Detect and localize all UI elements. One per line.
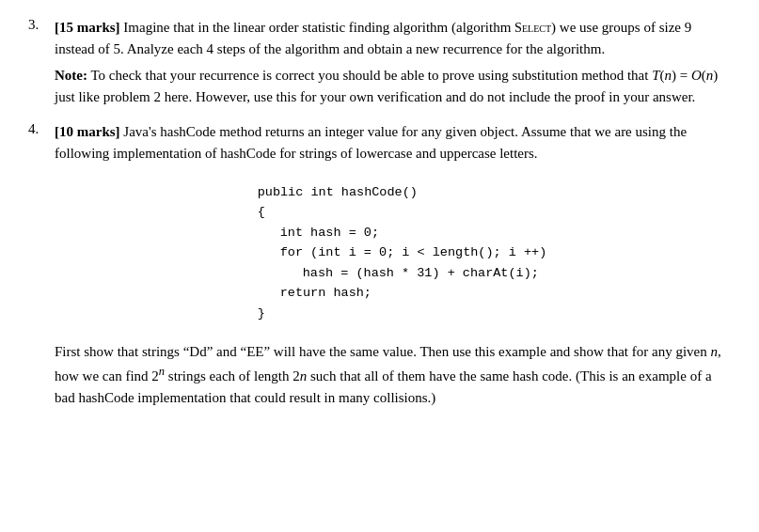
problem-4-after: First show that strings “Dd” and “EE” wi… — [55, 341, 731, 410]
note-math-O: O — [691, 68, 702, 83]
code-line-5: hash = (hash * 31) + charAt(i); — [258, 263, 547, 284]
problem-3-number: 3. — [28, 17, 55, 108]
code-block: public int hashCode() { int hash = 0; fo… — [239, 182, 547, 324]
problem-4-number: 4. — [28, 121, 55, 409]
code-line-3: int hash = 0; — [258, 223, 547, 243]
note-label: Note: — [55, 68, 87, 83]
problem-4: 4. [10 marks] Java's hashCode method ret… — [28, 121, 731, 409]
note-math-n: n — [665, 68, 672, 83]
problem-3-marks: [15 marks] — [55, 20, 120, 35]
after-n: n — [710, 344, 718, 359]
problem-3: 3. [15 marks] Imagine that in the linear… — [28, 17, 731, 108]
after-n2: n — [300, 368, 308, 383]
content-wrapper: 3. [15 marks] Imagine that in the linear… — [28, 17, 731, 409]
problem-4-intro: [10 marks] Java's hashCode method return… — [55, 121, 731, 165]
note-math-n2: n — [706, 68, 714, 83]
algorithm-name: Select — [514, 20, 551, 35]
code-line-2: { — [258, 202, 547, 223]
problem-4-text: [10 marks] Java's hashCode method return… — [55, 121, 731, 409]
code-line-1: public int hashCode() — [258, 182, 547, 203]
code-line-6: return hash; — [258, 283, 547, 304]
code-line-4: for (int i = 0; i < length(); i ++) — [258, 243, 547, 263]
problem-3-intro: [15 marks] Imagine that in the linear or… — [55, 17, 731, 61]
after-sup: n — [159, 365, 165, 378]
problem-4-marks: [10 marks] — [55, 124, 120, 139]
code-line-7: } — [258, 304, 547, 324]
note-math-T: T — [652, 68, 659, 83]
problem-3-text: [15 marks] Imagine that in the linear or… — [55, 17, 731, 108]
problem-3-note: Note: To check that your recurrence is c… — [55, 65, 731, 109]
